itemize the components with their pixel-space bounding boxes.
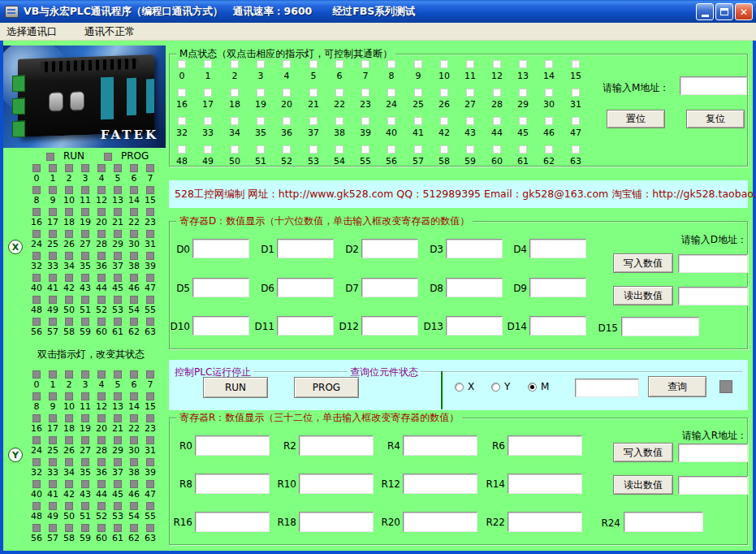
d-register-input-D1[interactable] — [277, 239, 334, 258]
x-indicator-50[interactable] — [65, 296, 73, 304]
d-register-input-D15[interactable] — [621, 317, 699, 336]
m-indicator-48[interactable] — [178, 145, 186, 154]
x-indicator-11[interactable] — [81, 186, 89, 194]
x-indicator-39[interactable] — [146, 252, 154, 260]
x-indicator-59[interactable] — [81, 318, 89, 326]
y-indicator-47[interactable] — [146, 480, 154, 488]
x-indicator-51[interactable] — [81, 296, 89, 304]
x-indicator-63[interactable] — [146, 318, 154, 326]
y-indicator-30[interactable] — [130, 436, 138, 444]
x-indicator-28[interactable] — [97, 230, 106, 238]
x-indicator-60[interactable] — [97, 318, 106, 326]
x-indicator-52[interactable] — [97, 296, 106, 304]
y-indicator-45[interactable] — [114, 480, 122, 488]
y-indicator-58[interactable] — [65, 524, 73, 532]
m-indicator-4[interactable] — [283, 60, 291, 68]
x-indicator-24[interactable] — [32, 230, 41, 238]
x-indicator-42[interactable] — [65, 274, 73, 282]
radio-x[interactable] — [455, 383, 464, 392]
y-indicator-3[interactable] — [81, 370, 89, 379]
r-register-input-R14[interactable] — [508, 474, 582, 494]
d-register-input-D5[interactable] — [192, 278, 249, 297]
m-indicator-12[interactable] — [493, 60, 501, 68]
y-indicator-7[interactable] — [146, 370, 154, 379]
x-indicator-22[interactable] — [130, 208, 138, 216]
m-indicator-50[interactable] — [231, 145, 239, 154]
m-indicator-33[interactable] — [204, 117, 212, 125]
x-indicator-53[interactable] — [114, 296, 122, 304]
y-indicator-12[interactable] — [97, 392, 106, 400]
x-indicator-14[interactable] — [130, 186, 138, 194]
m-indicator-55[interactable] — [361, 145, 369, 154]
r-register-input-R18[interactable] — [299, 512, 374, 532]
r-register-input-R20[interactable] — [403, 512, 477, 532]
y-indicator-13[interactable] — [114, 392, 122, 400]
y-indicator-62[interactable] — [130, 524, 138, 532]
m-indicator-14[interactable] — [545, 60, 553, 68]
r-register-input-R22[interactable] — [508, 512, 582, 532]
m-indicator-47[interactable] — [572, 117, 580, 125]
m-indicator-37[interactable] — [309, 117, 318, 125]
d-register-input-D8[interactable] — [446, 278, 503, 297]
y-indicator-51[interactable] — [81, 502, 89, 510]
x-indicator-62[interactable] — [130, 318, 138, 326]
r-register-input-R4[interactable] — [403, 435, 477, 456]
x-indicator-5[interactable] — [114, 164, 122, 172]
y-indicator-14[interactable] — [130, 392, 138, 400]
m-indicator-17[interactable] — [204, 89, 212, 97]
x-indicator-2[interactable] — [65, 164, 73, 172]
m-indicator-49[interactable] — [204, 145, 212, 154]
x-indicator-38[interactable] — [130, 252, 138, 260]
x-indicator-29[interactable] — [114, 230, 122, 238]
y-indicator-18[interactable] — [65, 414, 73, 422]
x-indicator-45[interactable] — [114, 274, 122, 282]
y-indicator-49[interactable] — [49, 502, 57, 510]
m-indicator-24[interactable] — [387, 89, 395, 97]
y-indicator-32[interactable] — [32, 458, 41, 466]
m-indicator-8[interactable] — [387, 60, 395, 68]
r-register-input-R0[interactable] — [195, 435, 270, 456]
x-indicator-56[interactable] — [32, 318, 41, 326]
x-indicator-0[interactable] — [32, 164, 41, 172]
m-indicator-63[interactable] — [572, 145, 580, 154]
y-indicator-22[interactable] — [130, 414, 138, 422]
x-indicator-35[interactable] — [81, 252, 89, 260]
m-indicator-38[interactable] — [335, 117, 343, 125]
m-indicator-60[interactable] — [493, 145, 501, 154]
m-indicator-6[interactable] — [335, 60, 343, 68]
x-indicator-27[interactable] — [81, 230, 89, 238]
y-indicator-17[interactable] — [49, 414, 57, 422]
m-indicator-35[interactable] — [257, 117, 265, 125]
m-indicator-51[interactable] — [257, 145, 265, 154]
y-indicator-56[interactable] — [32, 524, 41, 532]
y-indicator-6[interactable] — [130, 370, 138, 379]
m-indicator-18[interactable] — [231, 89, 239, 97]
d-register-input-D6[interactable] — [277, 278, 334, 297]
y-indicator-33[interactable] — [49, 458, 57, 466]
y-indicator-10[interactable] — [65, 392, 73, 400]
m-indicator-20[interactable] — [283, 89, 291, 97]
y-indicator-54[interactable] — [130, 502, 138, 510]
m-indicator-58[interactable] — [440, 145, 448, 154]
y-indicator-27[interactable] — [81, 436, 89, 444]
m-indicator-36[interactable] — [283, 117, 291, 125]
r-register-input-R2[interactable] — [299, 435, 374, 456]
r-register-input-R24[interactable] — [624, 512, 703, 532]
d-register-input-D10[interactable] — [192, 316, 249, 335]
x-indicator-61[interactable] — [114, 318, 122, 326]
x-indicator-6[interactable] — [130, 164, 138, 172]
radio-m[interactable] — [528, 383, 537, 392]
m-indicator-13[interactable] — [519, 60, 527, 68]
x-indicator-25[interactable] — [49, 230, 57, 238]
m-indicator-21[interactable] — [309, 89, 318, 97]
y-indicator-29[interactable] — [114, 436, 122, 444]
y-indicator-44[interactable] — [97, 480, 106, 488]
m-indicator-61[interactable] — [519, 145, 527, 154]
y-indicator-41[interactable] — [49, 480, 57, 488]
d-register-input-D13[interactable] — [446, 316, 503, 335]
x-indicator-49[interactable] — [49, 296, 57, 304]
x-indicator-15[interactable] — [146, 186, 154, 194]
d-register-input-D11[interactable] — [277, 316, 334, 335]
y-indicator-23[interactable] — [146, 414, 154, 422]
x-indicator-9[interactable] — [49, 186, 57, 194]
